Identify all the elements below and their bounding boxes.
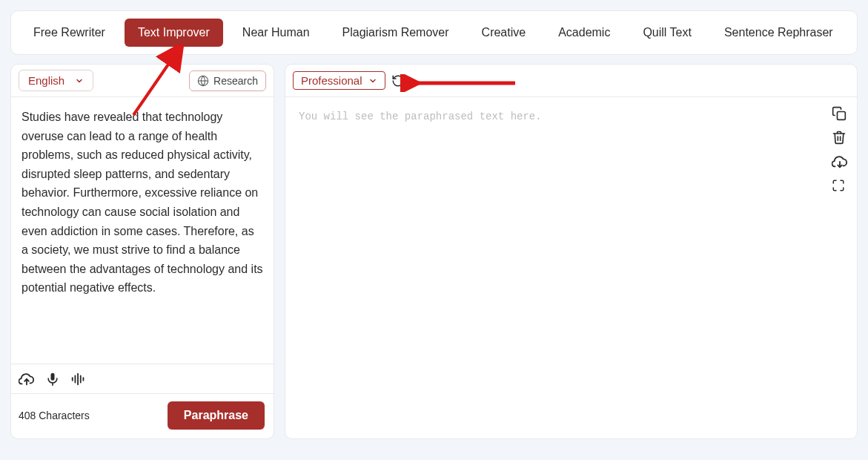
- output-panel: Professional You will see the paraphrase…: [285, 64, 858, 439]
- output-tools-column: [832, 106, 848, 192]
- research-button[interactable]: Research: [189, 70, 266, 91]
- tab-free-rewriter[interactable]: Free Rewriter: [20, 19, 119, 47]
- research-button-label: Research: [213, 75, 258, 87]
- input-panel: English Research Studies have revealed t…: [10, 64, 274, 439]
- input-tools-row: [11, 364, 274, 393]
- language-select[interactable]: English: [19, 70, 93, 91]
- tab-near-human[interactable]: Near Human: [229, 19, 323, 47]
- character-count: 408 Characters: [19, 410, 90, 421]
- microphone-icon[interactable]: [45, 372, 60, 387]
- chevron-down-icon: [75, 76, 84, 85]
- tab-sentence-rephraser[interactable]: Sentence Rephraser: [711, 19, 847, 47]
- waveform-icon[interactable]: [70, 372, 87, 387]
- tab-text-improver[interactable]: Text Improver: [125, 19, 223, 47]
- tab-quill-text[interactable]: Quill Text: [629, 19, 705, 47]
- output-panel-toolbar: Professional: [285, 65, 857, 97]
- output-textarea[interactable]: You will see the paraphrased text here.: [285, 97, 857, 438]
- svg-rect-9: [838, 112, 846, 120]
- chevron-down-icon: [368, 76, 377, 85]
- cloud-upload-icon[interactable]: [19, 371, 35, 387]
- input-panel-toolbar: English Research: [11, 65, 274, 97]
- input-panel-footer: 408 Characters Paraphrase: [11, 393, 274, 438]
- panels-row: English Research Studies have revealed t…: [10, 64, 858, 439]
- input-textarea[interactable]: Studies have revealed that technology ov…: [11, 97, 274, 364]
- tab-plagiarism-remover[interactable]: Plagiarism Remover: [329, 19, 463, 47]
- mode-tab-bar: Free Rewriter Text Improver Near Human P…: [10, 10, 858, 55]
- copy-icon[interactable]: [832, 106, 848, 121]
- style-select[interactable]: Professional: [293, 71, 385, 90]
- delete-icon[interactable]: [832, 130, 848, 145]
- paraphrase-button[interactable]: Paraphrase: [168, 401, 265, 430]
- tab-creative[interactable]: Creative: [468, 19, 540, 47]
- globe-icon: [197, 75, 209, 87]
- tab-academic[interactable]: Academic: [545, 19, 623, 47]
- style-select-value: Professional: [301, 74, 362, 87]
- cloud-download-icon[interactable]: [832, 154, 848, 170]
- refresh-icon[interactable]: [391, 74, 405, 88]
- language-select-value: English: [28, 74, 64, 87]
- fullscreen-icon[interactable]: [832, 179, 848, 192]
